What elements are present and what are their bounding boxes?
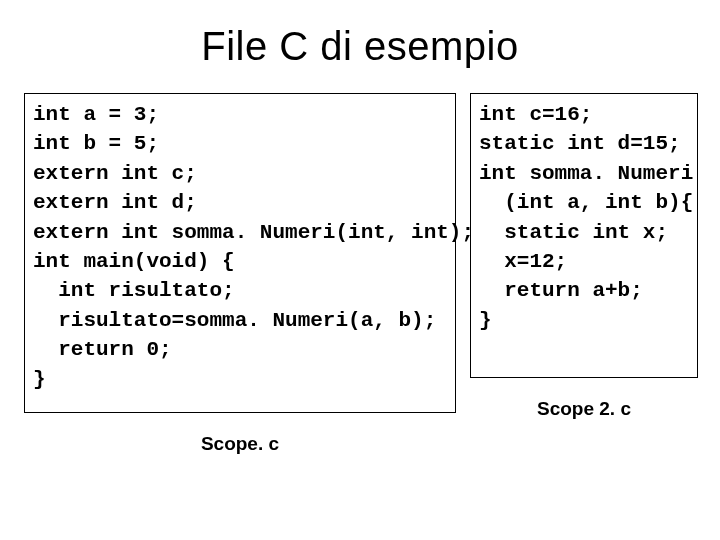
code-box-left: int a = 3; int b = 5; extern int c; exte… (24, 93, 456, 413)
left-column: int a = 3; int b = 5; extern int c; exte… (24, 93, 456, 455)
file-label-left: Scope. c (24, 433, 456, 455)
right-column: int c=16; static int d=15; int somma. Nu… (470, 93, 698, 455)
code-box-right: int c=16; static int d=15; int somma. Nu… (470, 93, 698, 378)
code-left: int a = 3; int b = 5; extern int c; exte… (33, 100, 447, 394)
file-label-right: Scope 2. c (470, 398, 698, 420)
slide: File C di esempio int a = 3; int b = 5; … (0, 0, 720, 540)
columns: int a = 3; int b = 5; extern int c; exte… (24, 93, 696, 455)
page-title: File C di esempio (24, 24, 696, 69)
code-right: int c=16; static int d=15; int somma. Nu… (479, 100, 689, 335)
